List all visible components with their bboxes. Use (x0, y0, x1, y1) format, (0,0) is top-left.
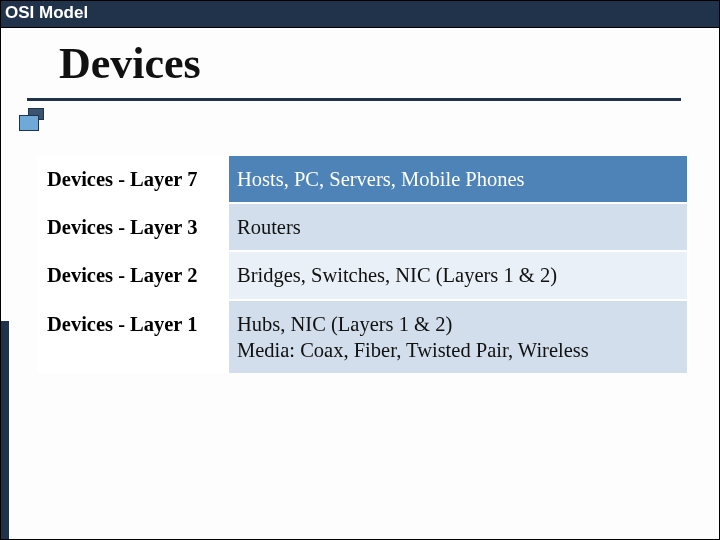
row-value: Bridges, Switches, NIC (Layers 1 & 2) (228, 251, 688, 299)
table-row: Devices - Layer 3 Routers (38, 203, 688, 251)
devices-table: Devices - Layer 7 Hosts, PC, Servers, Mo… (37, 156, 689, 373)
row-value: Routers (228, 203, 688, 251)
title-bullet-icon (19, 108, 45, 134)
row-label: Devices - Layer 7 (38, 156, 228, 203)
row-label: Devices - Layer 2 (38, 251, 228, 299)
table-row: Devices - Layer 2 Bridges, Switches, NIC… (38, 251, 688, 299)
title-area: Devices (1, 28, 719, 92)
row-value: Hosts, PC, Servers, Mobile Phones (228, 156, 688, 203)
row-label: Devices - Layer 3 (38, 203, 228, 251)
header-title: OSI Model (5, 3, 88, 22)
devices-table-container: Devices - Layer 7 Hosts, PC, Servers, Mo… (37, 156, 689, 373)
slide: OSI Model Devices Devices - Layer 7 Host… (0, 0, 720, 540)
table-row: Devices - Layer 7 Hosts, PC, Servers, Mo… (38, 156, 688, 203)
table-row: Devices - Layer 1 Hubs, NIC (Layers 1 & … (38, 300, 688, 373)
slide-title: Devices (59, 42, 691, 92)
row-label: Devices - Layer 1 (38, 300, 228, 373)
title-underline (27, 98, 681, 101)
header-bar: OSI Model (1, 1, 719, 28)
left-accent-strip (1, 321, 9, 539)
row-value: Hubs, NIC (Layers 1 & 2) Media: Coax, Fi… (228, 300, 688, 373)
